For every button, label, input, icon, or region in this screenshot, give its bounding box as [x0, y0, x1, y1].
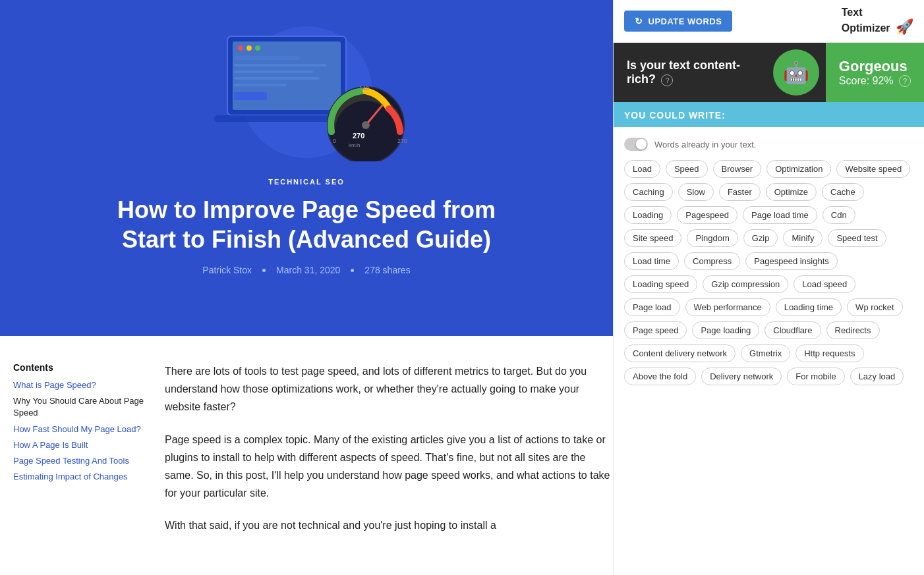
- hero-section: 0 140 270 270 km/h TECHNICAL SEO How to …: [0, 0, 613, 336]
- tag-item[interactable]: Pagespeed: [677, 206, 737, 224]
- tag-item[interactable]: Load speed: [794, 275, 855, 293]
- tag-item[interactable]: Site speed: [624, 229, 681, 247]
- tag-item[interactable]: Http requests: [795, 344, 863, 362]
- svg-rect-9: [234, 84, 287, 86]
- svg-rect-8: [234, 77, 320, 80]
- tag-item[interactable]: Compress: [684, 252, 740, 270]
- toc-link-2[interactable]: Why You Should Care About Page Speed: [13, 395, 145, 419]
- tag-item[interactable]: Delivery network: [701, 368, 782, 385]
- brand-icon: 🚀: [896, 18, 913, 35]
- svg-text:140: 140: [359, 85, 369, 92]
- svg-point-4: [255, 45, 260, 51]
- tag-item[interactable]: Cache: [822, 183, 864, 201]
- toc-title: Contents: [13, 362, 145, 373]
- tag-item[interactable]: Cloudflare: [765, 321, 821, 339]
- meta-dot2: [351, 269, 354, 272]
- svg-rect-7: [234, 70, 313, 73]
- tag-item[interactable]: Website speed: [836, 160, 910, 178]
- tag-item[interactable]: Page loading: [692, 321, 759, 339]
- toc-link-3[interactable]: How Fast Should My Page Load?: [13, 424, 145, 435]
- tag-item[interactable]: Above the fold: [624, 368, 696, 385]
- svg-rect-6: [234, 64, 326, 67]
- score-question: Is your text content-rich? ?: [627, 59, 753, 86]
- author-link[interactable]: Patrick Stox: [202, 265, 252, 275]
- tag-item[interactable]: Page speed: [624, 321, 687, 339]
- speedometer-icon: 0 140 270 270 km/h: [320, 76, 412, 161]
- hero-title: How to Improve Page Speed from Start to …: [92, 195, 521, 254]
- brand-logo: Text Optimizer 🚀: [842, 7, 913, 36]
- tag-item[interactable]: Wp rocket: [847, 298, 903, 316]
- tag-item[interactable]: Gtmetrix: [741, 344, 790, 362]
- could-write-title: YOU COULD WRITE:: [624, 110, 913, 121]
- share-count: 278 shares: [364, 265, 410, 275]
- hero-illustration: 0 140 270 270 km/h: [188, 20, 425, 165]
- toc-item-1: What is Page Speed?: [13, 379, 145, 391]
- svg-point-3: [246, 45, 252, 51]
- tag-item[interactable]: Load time: [624, 252, 679, 270]
- tag-item[interactable]: Loading speed: [624, 275, 697, 293]
- tag-item[interactable]: Optimize: [766, 183, 817, 201]
- tag-item[interactable]: Pingdom: [687, 229, 737, 247]
- tag-item[interactable]: Redirects: [826, 321, 880, 339]
- toc-item-4: How A Page Is Built: [13, 439, 145, 451]
- toc-link-4[interactable]: How A Page Is Built: [13, 439, 145, 451]
- toggle-label: Words already in your text.: [654, 140, 756, 150]
- svg-text:0: 0: [333, 138, 336, 144]
- score-right: Gorgeous Score: 92% ?: [826, 43, 924, 102]
- brand-text: Text: [842, 7, 863, 18]
- hero-meta: Patrick Stox March 31, 2020 278 shares: [202, 265, 410, 275]
- toc-link-6[interactable]: Estimating Impact of Changes: [13, 471, 145, 483]
- svg-point-14: [362, 121, 370, 129]
- tag-item[interactable]: For mobile: [787, 368, 844, 385]
- tag-item[interactable]: Lazy load: [850, 368, 904, 385]
- tag-item[interactable]: Slow: [678, 183, 714, 201]
- toc-link-1[interactable]: What is Page Speed?: [13, 379, 145, 391]
- refresh-icon: ↻: [635, 16, 643, 26]
- tag-item[interactable]: Gzip compression: [703, 275, 788, 293]
- tags-grid: LoadSpeedBrowserOptimizationWebsite spee…: [624, 160, 913, 385]
- tag-item[interactable]: Caching: [624, 183, 673, 201]
- tag-item[interactable]: Page load: [624, 298, 680, 316]
- tag-item[interactable]: Load: [624, 160, 660, 178]
- words-toggle[interactable]: [624, 138, 648, 151]
- article-text: There are lots of tools to test page spe…: [165, 362, 613, 549]
- tag-item[interactable]: Speed test: [828, 229, 886, 247]
- tag-item[interactable]: Loading: [624, 206, 672, 224]
- tag-item[interactable]: Optimization: [766, 160, 831, 178]
- tag-item[interactable]: Minify: [783, 229, 823, 247]
- right-sidebar: ↻ UPDATE WORDS Text Optimizer 🚀 Is your …: [613, 0, 924, 575]
- tag-item[interactable]: Gzip: [743, 229, 778, 247]
- tag-item[interactable]: Faster: [719, 183, 761, 201]
- toc-item-6: Estimating Impact of Changes: [13, 471, 145, 483]
- score-label: Gorgeous: [839, 58, 911, 75]
- update-words-button[interactable]: ↻ UPDATE WORDS: [624, 11, 732, 32]
- tag-item[interactable]: Content delivery network: [624, 344, 736, 362]
- svg-point-2: [238, 45, 243, 51]
- tag-item[interactable]: Page load time: [743, 206, 817, 224]
- main-content: 0 140 270 270 km/h TECHNICAL SEO How to …: [0, 0, 613, 575]
- words-section: Words already in your text. LoadSpeedBro…: [614, 127, 924, 575]
- score-question-help[interactable]: ?: [661, 74, 673, 86]
- score-value: Score: 92% ?: [839, 75, 911, 88]
- tag-item[interactable]: Speed: [666, 160, 708, 178]
- tag-item[interactable]: Browser: [713, 160, 762, 178]
- toc-item-3: How Fast Should My Page Load?: [13, 424, 145, 435]
- avatar: 🤖: [773, 49, 819, 96]
- score-value-help[interactable]: ?: [899, 75, 911, 87]
- tag-item[interactable]: Web performance: [685, 298, 770, 316]
- brand-optimizer: Optimizer: [842, 22, 890, 34]
- score-banner: Is your text content-rich? ? 🤖 Gorgeous …: [614, 43, 924, 102]
- publish-date: March 31, 2020: [276, 265, 340, 275]
- svg-text:270: 270: [353, 132, 364, 140]
- toc-item-5: Page Speed Testing And Tools: [13, 455, 145, 467]
- tag-item[interactable]: Cdn: [823, 206, 855, 224]
- tag-item[interactable]: Loading time: [776, 298, 842, 316]
- brand-name: Text Optimizer 🚀: [842, 7, 913, 36]
- svg-rect-5: [234, 56, 300, 60]
- svg-rect-10: [234, 92, 267, 100]
- update-words-label: UPDATE WORDS: [649, 16, 722, 26]
- article-para-2: Page speed is a complex topic. Many of t…: [165, 431, 613, 503]
- tag-item[interactable]: Pagespeed insights: [745, 252, 837, 270]
- toc-link-5[interactable]: Page Speed Testing And Tools: [13, 455, 145, 467]
- could-write-section: YOU COULD WRITE:: [614, 102, 924, 127]
